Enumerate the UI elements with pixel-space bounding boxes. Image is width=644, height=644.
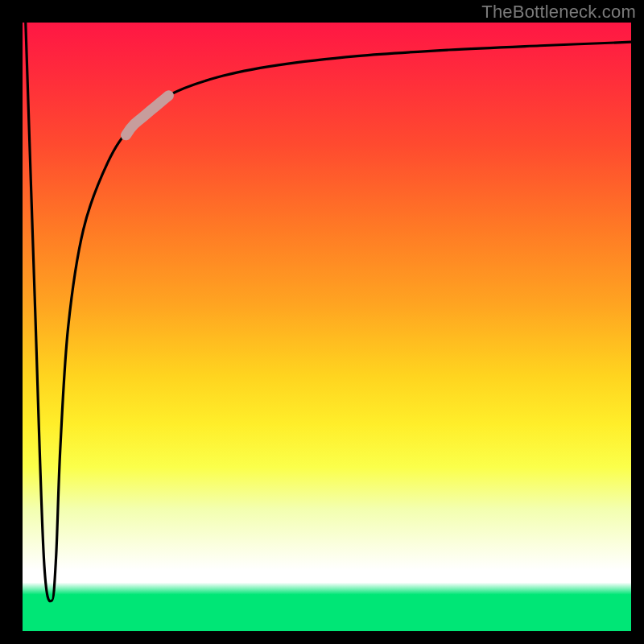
- highlight-segment: [126, 96, 169, 135]
- watermark-text: TheBottleneck.com: [481, 2, 636, 23]
- chart-frame: TheBottleneck.com: [0, 0, 644, 644]
- plot-area: [23, 23, 631, 631]
- bottleneck-curve: [26, 23, 631, 601]
- curve-svg: [23, 23, 631, 631]
